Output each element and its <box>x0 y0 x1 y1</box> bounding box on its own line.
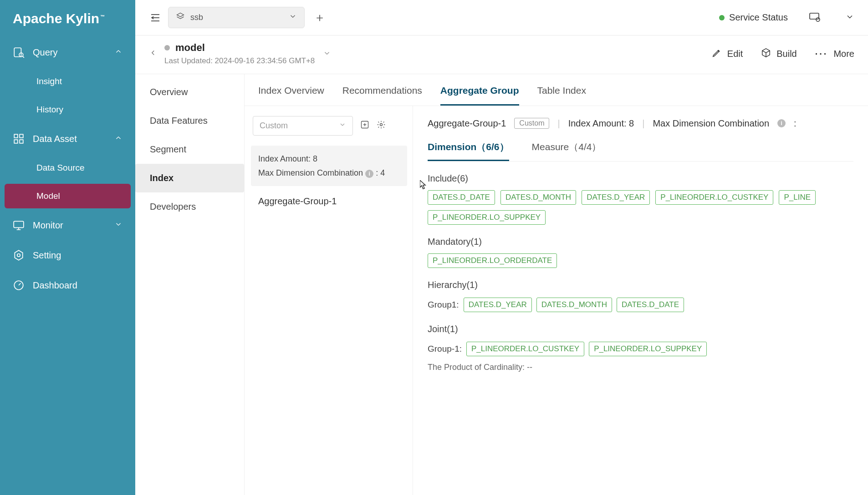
chevron-down-icon[interactable] <box>845 12 854 23</box>
nav-query-label: Query <box>33 47 57 58</box>
svg-point-26 <box>380 124 383 126</box>
chevron-up-icon <box>114 47 123 58</box>
agg-settings-button[interactable] <box>377 120 386 131</box>
dimension-chip: DATES.D_YEAR <box>464 298 532 312</box>
svg-rect-0 <box>14 48 21 57</box>
index-amount-value: 8 <box>313 154 317 163</box>
service-status-label: Service Status <box>729 12 788 23</box>
subnav-developers-label: Developers <box>150 202 196 212</box>
dim-measure-tabs: Dimension（6/6） Measure（4/4） <box>428 141 853 162</box>
add-agg-group-button[interactable] <box>360 120 369 131</box>
more-label: More <box>833 49 854 59</box>
svg-rect-3 <box>14 134 18 138</box>
chevron-down-icon <box>289 12 297 23</box>
status-dot-icon <box>719 15 725 20</box>
joint-label: Joint(1) <box>428 324 853 334</box>
logo-text: Apache Kylin <box>13 11 99 26</box>
tab-measure[interactable]: Measure（4/4） <box>532 141 602 161</box>
nav-dashboard[interactable]: Dashboard <box>0 270 135 300</box>
max-dim-value: : 4 <box>376 168 385 177</box>
more-dots-icon: ··· <box>815 49 828 59</box>
nav-query[interactable]: Query <box>0 37 135 67</box>
tab-index-overview-label: Index Overview <box>258 85 324 96</box>
build-button[interactable]: Build <box>761 48 797 60</box>
content: Index Overview Recommendations Aggregate… <box>245 74 868 495</box>
add-project-button[interactable]: ＋ <box>311 10 328 25</box>
tab-aggregate-group-label: Aggregate Group <box>440 85 519 96</box>
subnav-segment-label: Segment <box>150 144 186 154</box>
info-icon[interactable]: i <box>365 170 373 178</box>
chevron-down-icon <box>339 121 346 131</box>
nav-data-source[interactable]: Data Source <box>0 154 135 182</box>
dashboard-icon <box>13 279 25 291</box>
tab-table-index[interactable]: Table Index <box>537 85 586 106</box>
aggregate-right-panel: Aggregate-Group-1 Custom | Index Amount:… <box>413 106 868 495</box>
back-button[interactable] <box>149 48 164 60</box>
svg-point-19 <box>816 18 820 21</box>
max-dim-label: Max Dimension Combination <box>258 168 365 177</box>
svg-rect-18 <box>810 13 819 19</box>
dimension-chip: P_LINEORDER.LO_CUSTKEY <box>655 190 773 205</box>
nav-data-asset[interactable]: Data Asset <box>0 124 135 154</box>
svg-marker-10 <box>15 250 22 260</box>
project-select[interactable]: ssb <box>168 7 305 28</box>
tab-aggregate-group[interactable]: Aggregate Group <box>440 85 519 106</box>
layers-icon <box>176 12 185 23</box>
model-actions: Edit Build ··· More <box>712 48 854 60</box>
svg-line-13 <box>19 283 20 285</box>
agg-detail-index-amount: Index Amount: 8 <box>568 118 634 129</box>
chevron-down-icon <box>114 220 123 231</box>
service-status[interactable]: Service Status <box>719 12 788 23</box>
include-label: Include(6) <box>428 173 853 184</box>
agg-type-select[interactable]: Custom <box>253 116 353 136</box>
info-icon[interactable]: i <box>777 119 786 127</box>
project-name: ssb <box>190 13 203 22</box>
nav-setting-label: Setting <box>33 250 61 261</box>
nav-insight-label: Insight <box>36 76 62 86</box>
nav-model[interactable]: Model <box>5 184 131 208</box>
subnav-data-features-label: Data Features <box>150 116 208 126</box>
edit-button[interactable]: Edit <box>712 48 743 60</box>
model-last-updated: Last Updated: 2024-09-16 23:34:56 GMT+8 <box>164 56 315 66</box>
admin-settings-icon[interactable] <box>808 11 821 24</box>
subnav-data-features[interactable]: Data Features <box>135 106 244 135</box>
subnav-developers[interactable]: Developers <box>135 192 244 221</box>
tab-recommendations[interactable]: Recommendations <box>342 85 422 106</box>
tab-dimension[interactable]: Dimension（6/6） <box>428 141 509 161</box>
hierarchy-group: Group1: DATES.D_YEAR DATES.D_MONTH DATES… <box>428 298 853 312</box>
agg-group-item[interactable]: Aggregate-Group-1 <box>251 186 407 211</box>
sidebar-toggle-icon[interactable] <box>149 12 162 23</box>
subnav-index[interactable]: Index <box>135 164 244 192</box>
svg-rect-6 <box>20 140 23 143</box>
agg-group-name: Aggregate-Group-1 <box>258 196 337 206</box>
chevron-down-icon[interactable] <box>323 49 331 59</box>
index-tabs: Index Overview Recommendations Aggregate… <box>245 74 868 106</box>
nav-monitor[interactable]: Monitor <box>0 210 135 240</box>
agg-detail-max-dim-tail: : <box>794 118 797 129</box>
agg-type-placeholder: Custom <box>260 121 288 131</box>
nav-history-label: History <box>36 105 63 115</box>
nav-insight[interactable]: Insight <box>0 67 135 96</box>
model-status-dot <box>164 45 170 51</box>
logo: Apache Kylin™ <box>0 0 135 37</box>
tab-index-overview[interactable]: Index Overview <box>258 85 324 106</box>
agg-detail-max-dim-label: Max Dimension Combination <box>653 118 769 129</box>
nav-setting[interactable]: Setting <box>0 240 135 270</box>
subnav-overview[interactable]: Overview <box>135 78 244 106</box>
index-amount-label: Index Amount: <box>258 154 313 163</box>
hierarchy-group-label: Group1: <box>428 300 459 310</box>
chevron-up-icon <box>114 134 123 144</box>
hierarchy-label: Hierarchy(1) <box>428 280 853 290</box>
subnav-segment[interactable]: Segment <box>135 135 244 164</box>
tab-recommendations-label: Recommendations <box>342 85 422 96</box>
dimension-chip: DATES.D_DATE <box>617 298 684 312</box>
svg-line-2 <box>23 56 24 58</box>
dimension-chip: P_LINEORDER.LO_SUPPKEY <box>428 210 546 225</box>
dimension-chip: P_LINEORDER.LO_CUSTKEY <box>466 342 584 356</box>
body: Overview Data Features Segment Index Dev… <box>135 74 868 495</box>
top-bar: ssb ＋ Service Status <box>135 0 868 35</box>
nav-history[interactable]: History <box>0 96 135 124</box>
model-header: model Last Updated: 2024-09-16 23:34:56 … <box>135 35 868 74</box>
joint-group: Group-1: P_LINEORDER.LO_CUSTKEY P_LINEOR… <box>428 342 853 356</box>
more-button[interactable]: ··· More <box>815 49 854 59</box>
